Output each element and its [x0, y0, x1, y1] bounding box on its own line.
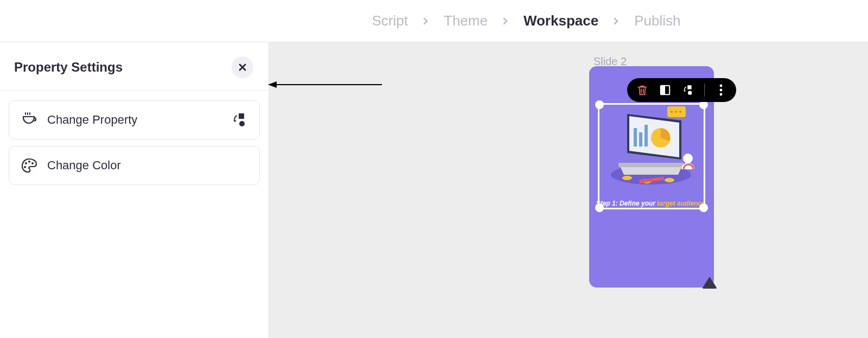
- close-button[interactable]: [232, 56, 253, 78]
- property-settings-panel: Property Settings Change Property: [0, 42, 269, 338]
- breadcrumb-publish[interactable]: Publish: [634, 12, 680, 29]
- delete-icon: [636, 84, 648, 96]
- change-property-icon: [230, 111, 248, 129]
- svg-point-5: [24, 166, 26, 168]
- more-button[interactable]: [714, 84, 727, 97]
- setting-label: Change Property: [47, 113, 137, 127]
- svg-rect-0: [239, 113, 244, 119]
- layout-button[interactable]: [659, 84, 672, 97]
- toolbar-divider: [704, 84, 705, 97]
- header-breadcrumb-bar: Script Theme Workspace Publish: [0, 0, 868, 42]
- breadcrumb-theme[interactable]: Theme: [444, 12, 488, 29]
- slide-resize-handle[interactable]: [702, 277, 717, 289]
- svg-point-3: [28, 161, 30, 163]
- svg-point-31: [720, 93, 723, 96]
- breadcrumb: Script Theme Workspace Publish: [372, 12, 681, 29]
- resize-handle-br[interactable]: [699, 203, 708, 212]
- svg-point-1: [239, 121, 245, 126]
- layout-icon: [659, 84, 671, 96]
- panel-header: Property Settings: [0, 42, 269, 91]
- svg-point-29: [720, 85, 723, 87]
- svg-point-28: [688, 91, 692, 94]
- chevron-right-icon: [503, 17, 508, 25]
- change-property-icon: [682, 84, 694, 96]
- svg-point-30: [720, 89, 723, 92]
- more-icon: [719, 84, 723, 96]
- setting-label: Change Color: [47, 158, 121, 173]
- panel-title: Property Settings: [14, 60, 123, 75]
- chevron-right-icon: [614, 17, 619, 25]
- svg-rect-26: [661, 86, 665, 95]
- breadcrumb-script[interactable]: Script: [372, 12, 408, 29]
- chevron-right-icon: [423, 17, 429, 25]
- cup-icon: [20, 111, 39, 129]
- close-icon: [238, 63, 247, 72]
- svg-point-4: [31, 162, 34, 164]
- canvas-area[interactable]: [269, 42, 868, 338]
- element-floating-toolbar: [627, 78, 736, 102]
- delete-button[interactable]: [636, 84, 649, 97]
- main-area: Property Settings Change Property: [0, 42, 868, 338]
- resize-handle-tl[interactable]: [595, 100, 604, 109]
- change-property-button[interactable]: [681, 84, 694, 97]
- palette-icon: [20, 156, 39, 175]
- change-property-option[interactable]: Change Property: [9, 100, 260, 139]
- resize-handle-bl[interactable]: [595, 203, 604, 212]
- selection-outline[interactable]: [598, 103, 705, 209]
- svg-rect-27: [687, 85, 691, 89]
- change-color-option[interactable]: Change Color: [9, 146, 260, 185]
- settings-list: Change Property: [0, 91, 269, 195]
- breadcrumb-workspace[interactable]: Workspace: [524, 12, 598, 29]
- svg-point-2: [25, 162, 27, 164]
